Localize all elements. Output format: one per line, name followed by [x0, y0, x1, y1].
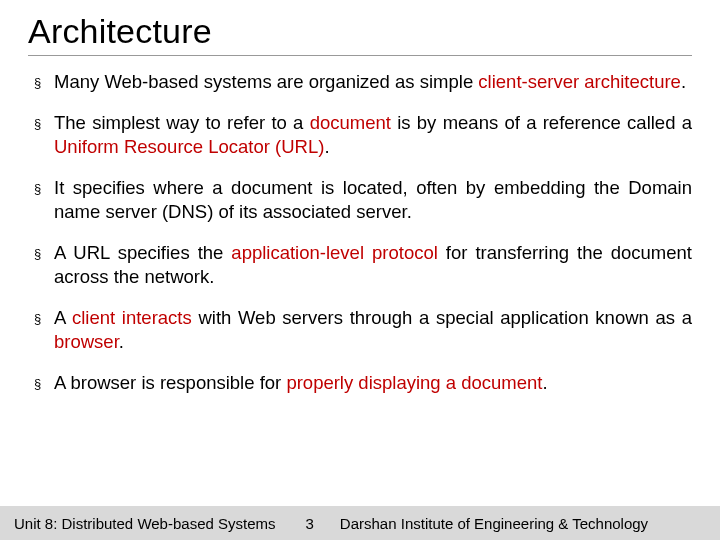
- bullet-item: § It specifies where a document is locat…: [34, 176, 692, 224]
- slide-content: § Many Web-based systems are organized a…: [28, 70, 692, 540]
- bullet-text: Many Web-based systems are organized as …: [54, 70, 692, 94]
- bullet-icon: §: [34, 176, 54, 198]
- bullet-text: A client interacts with Web servers thro…: [54, 306, 692, 354]
- bullet-text: A browser is responsible for properly di…: [54, 371, 692, 395]
- footer-page-number: 3: [276, 515, 340, 532]
- bullet-icon: §: [34, 70, 54, 92]
- bullet-text: It specifies where a document is located…: [54, 176, 692, 224]
- slide-title: Architecture: [28, 12, 692, 56]
- footer-unit: Unit 8: Distributed Web-based Systems: [0, 515, 276, 532]
- footer-institute: Darshan Institute of Engineering & Techn…: [340, 515, 648, 532]
- bullet-text: A URL specifies the application-level pr…: [54, 241, 692, 289]
- bullet-item: § A browser is responsible for properly …: [34, 371, 692, 395]
- slide-footer: Unit 8: Distributed Web-based Systems 3 …: [0, 506, 720, 540]
- bullet-icon: §: [34, 306, 54, 328]
- bullet-icon: §: [34, 371, 54, 393]
- bullet-icon: §: [34, 111, 54, 133]
- bullet-item: § A URL specifies the application-level …: [34, 241, 692, 289]
- slide: Architecture § Many Web-based systems ar…: [0, 0, 720, 540]
- bullet-text: The simplest way to refer to a document …: [54, 111, 692, 159]
- bullet-item: § The simplest way to refer to a documen…: [34, 111, 692, 159]
- bullet-item: § Many Web-based systems are organized a…: [34, 70, 692, 94]
- bullet-icon: §: [34, 241, 54, 263]
- bullet-item: § A client interacts with Web servers th…: [34, 306, 692, 354]
